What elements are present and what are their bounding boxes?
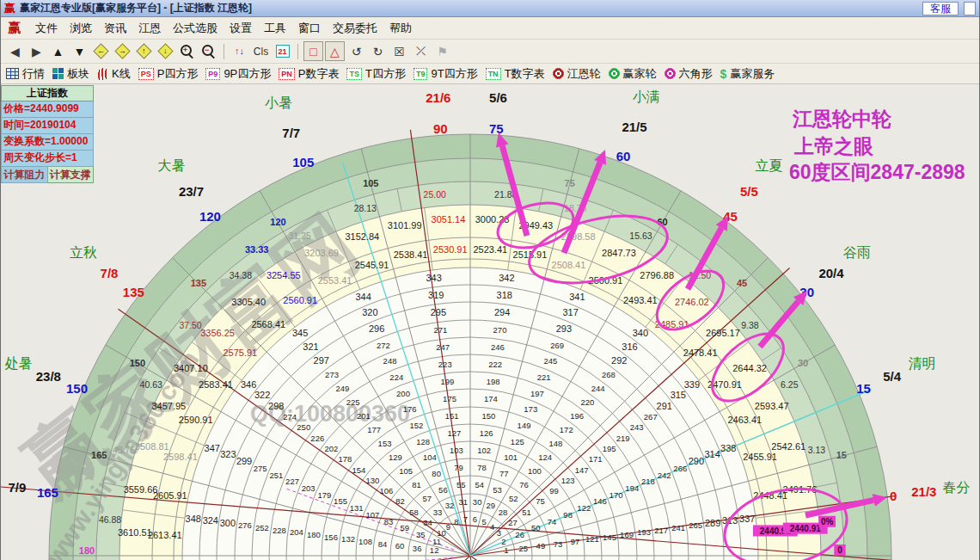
cls-button[interactable]: Cls — [251, 41, 271, 61]
funcbar-9t-square[interactable]: T99T四方形 — [413, 66, 478, 82]
menu-trade-entrust[interactable]: 交易委托 — [327, 18, 383, 39]
funcbar-hexagon[interactable]: 六角形 — [665, 66, 713, 82]
svg-text:225: 225 — [346, 397, 360, 407]
svg-text:165: 165 — [37, 485, 58, 500]
t-square-label: T四方形 — [365, 66, 406, 82]
calc-support-button[interactable]: 计算支撑 — [48, 167, 95, 183]
svg-text:立夏: 立夏 — [756, 158, 783, 173]
nav-right-icon[interactable]: ▶ — [27, 41, 46, 61]
draw-rect-icon[interactable]: □ — [303, 41, 323, 61]
rotate-down-icon[interactable]: ▼ — [70, 41, 89, 61]
menu-browse[interactable]: 浏览 — [64, 18, 98, 39]
svg-text:33: 33 — [433, 508, 443, 517]
funcbar-p-square[interactable]: PSP四方形 — [138, 66, 199, 82]
svg-text:45: 45 — [737, 278, 747, 288]
pan-up-icon[interactable]: ↑ — [134, 41, 154, 61]
funcbar-quote[interactable]: 行情 — [6, 66, 45, 82]
svg-text:271: 271 — [434, 325, 448, 335]
svg-text:135: 135 — [191, 278, 206, 288]
svg-text:74: 74 — [548, 517, 557, 526]
svg-text:146: 146 — [593, 496, 607, 506]
svg-text:218: 218 — [641, 477, 655, 486]
svg-text:2644.32: 2644.32 — [732, 363, 767, 373]
flag-icon[interactable]: ⚑ — [432, 41, 452, 61]
svg-text:58: 58 — [409, 508, 419, 517]
svg-text:102: 102 — [477, 446, 491, 455]
svg-text:3508.81: 3508.81 — [135, 441, 169, 452]
menu-settings[interactable]: 设置 — [224, 18, 258, 39]
funcbar-winner-service[interactable]: $赢家服务 — [720, 66, 775, 82]
pan-left-icon[interactable]: ← — [91, 41, 111, 61]
rotate-up-icon[interactable]: ▲ — [48, 41, 68, 61]
calc-resistance-button[interactable]: 计算阻力 — [1, 167, 48, 183]
svg-text:73: 73 — [554, 539, 563, 549]
draw-triangle-icon[interactable]: △ — [325, 41, 345, 61]
svg-text:25: 25 — [519, 544, 529, 553]
funcbar-t-square[interactable]: TST四方形 — [346, 66, 405, 82]
pan-down-icon[interactable]: ↓ — [156, 41, 175, 61]
nav-left-icon[interactable]: ◀ — [5, 41, 25, 61]
updown-icon[interactable]: ↑↓ — [230, 41, 249, 61]
truncated-button[interactable] — [964, 2, 976, 15]
funcbar-kline[interactable]: K线 — [97, 66, 131, 82]
svg-text:224: 224 — [389, 372, 403, 382]
svg-text:346: 346 — [241, 379, 256, 390]
funcbar-9p-square[interactable]: P99P四方形 — [205, 66, 271, 82]
svg-text:153: 153 — [378, 439, 392, 448]
svg-text:40.63: 40.63 — [140, 379, 162, 390]
customer-service-button[interactable]: 客服 — [922, 2, 959, 15]
menu-help[interactable]: 帮助 — [383, 18, 418, 39]
menu-formula-stock-pick[interactable]: 公式选股 — [167, 18, 224, 39]
svg-text:98: 98 — [563, 510, 573, 520]
svg-text:276: 276 — [238, 520, 252, 530]
winner-wheel-label: 赢家轮 — [623, 66, 657, 82]
zoom-in-icon[interactable]: + — [177, 41, 197, 61]
funcbar-sector[interactable]: 板块 — [52, 66, 89, 82]
svg-text:57: 57 — [422, 494, 432, 503]
index-info-panel: 上证指数 价格=2440.9099 时间=20190104 变换系数=1.000… — [1, 85, 94, 183]
menu-news[interactable]: 资讯 — [98, 18, 132, 39]
svg-text:347: 347 — [205, 443, 220, 453]
rotate-cw-icon[interactable]: ↻ — [368, 41, 388, 61]
winner-service-icon: $ — [720, 67, 727, 81]
9p-square-label: 9P四方形 — [224, 66, 271, 82]
svg-text:343: 343 — [426, 273, 441, 283]
svg-text:2695.17: 2695.17 — [706, 328, 740, 338]
svg-text:21/6: 21/6 — [426, 90, 450, 105]
svg-text:2568.41: 2568.41 — [251, 319, 285, 329]
svg-text:15.63: 15.63 — [629, 231, 652, 241]
funcbar-gann-wheel[interactable]: 江恩轮 — [553, 66, 601, 82]
svg-text:316: 316 — [622, 342, 637, 352]
menu-tools[interactable]: 工具 — [258, 18, 292, 39]
center-cross-icon[interactable]: ⤫ — [411, 41, 431, 61]
svg-text:80: 80 — [432, 469, 441, 478]
svg-text:82: 82 — [395, 496, 405, 506]
svg-text:43.75: 43.75 — [113, 445, 135, 455]
menu-gann[interactable]: 江恩 — [132, 18, 167, 39]
svg-text:处暑: 处暑 — [4, 356, 32, 371]
pan-right-icon[interactable]: → — [113, 41, 132, 61]
svg-text:322: 322 — [254, 390, 270, 400]
svg-text:2583.41: 2583.41 — [199, 379, 233, 390]
svg-text:2523.41: 2523.41 — [473, 244, 507, 255]
svg-text:2530.91: 2530.91 — [433, 244, 468, 255]
box-x-icon[interactable]: ☒ — [389, 41, 409, 61]
funcbar-winner-wheel[interactable]: 赢家轮 — [609, 66, 657, 82]
svg-text:2598.41: 2598.41 — [163, 452, 198, 462]
rotate-ccw-icon[interactable]: ↺ — [346, 41, 366, 61]
svg-text:2796.88: 2796.88 — [640, 270, 674, 280]
zoom-out-icon[interactable]: − — [199, 41, 218, 61]
menu-file[interactable]: 文件 — [29, 18, 64, 39]
svg-text:172: 172 — [560, 425, 573, 434]
funcbar-t-table[interactable]: TNT数字表 — [486, 66, 545, 82]
svg-text:100: 100 — [528, 466, 542, 476]
calendar-icon[interactable]: 21 — [273, 41, 292, 61]
svg-text:290: 290 — [689, 456, 704, 466]
gann-wheel-svg[interactable]: 赢家财富网www.yingjia360.comQQ:10080036012345… — [1, 84, 980, 560]
svg-text:0: 0 — [890, 489, 897, 503]
menu-window[interactable]: 窗口 — [292, 18, 327, 39]
svg-text:179: 179 — [317, 490, 331, 500]
funcbar-p-table[interactable]: PNP数字表 — [279, 66, 339, 82]
svg-text:34: 34 — [423, 518, 432, 527]
svg-text:201: 201 — [357, 411, 371, 421]
